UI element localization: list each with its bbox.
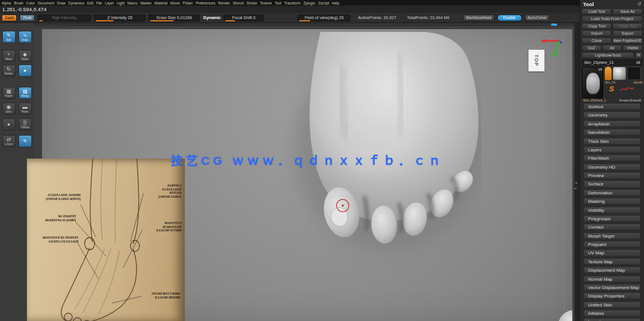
tool-section-header[interactable]: Visibility bbox=[584, 207, 641, 213]
menu-item[interactable]: Movie bbox=[170, 1, 180, 5]
tool-section-header[interactable]: Initialize bbox=[584, 310, 641, 317]
menu-item[interactable]: Preferences bbox=[195, 1, 215, 5]
curve-stroke-icon[interactable] bbox=[619, 85, 635, 93]
menu-item[interactable]: Alpha bbox=[2, 1, 11, 5]
current-tool-thumbnail[interactable]: 15 bbox=[582, 67, 603, 98]
tool-section-header[interactable]: FiberMesh bbox=[584, 155, 641, 161]
tool-section-header[interactable]: Surface bbox=[584, 180, 641, 187]
alpha-thumbnail[interactable] bbox=[627, 67, 641, 80]
tool-section-header[interactable]: Layers bbox=[584, 146, 641, 153]
lsym-button[interactable]: ⇄L.Sym bbox=[2, 135, 16, 147]
tool-section-header[interactable]: ArrayMesh bbox=[584, 120, 641, 127]
all-button[interactable]: All bbox=[603, 45, 622, 51]
tool-section-header[interactable]: Display Properties bbox=[584, 292, 641, 299]
nav-sphere[interactable] bbox=[557, 309, 572, 321]
menu-item[interactable]: Edit bbox=[87, 1, 94, 5]
tool-section-header[interactable]: Subtool bbox=[584, 103, 641, 110]
menu-item[interactable]: Tool bbox=[274, 1, 281, 5]
menu-item[interactable]: Stroke bbox=[246, 1, 257, 5]
scrollbar-thumb[interactable] bbox=[551, 24, 557, 26]
export-button[interactable]: Export bbox=[613, 30, 642, 36]
refresh-icon[interactable]: ↺ bbox=[637, 1, 641, 7]
tool-section-header[interactable]: Normal Map bbox=[584, 276, 641, 282]
load-tool-button[interactable]: Load Tool bbox=[582, 8, 612, 15]
focal-shift-slider[interactable]: Focal Shift 0 bbox=[223, 15, 264, 21]
zsub-button[interactable]: Zsub bbox=[20, 15, 35, 21]
collapse-right-icon[interactable]: ▸ bbox=[575, 187, 577, 190]
brush-button[interactable]: ✎ bbox=[18, 135, 32, 147]
menu-item[interactable]: Zscript bbox=[318, 1, 329, 5]
tool-section-header[interactable]: Displacement Map bbox=[584, 267, 641, 273]
backface-mask-button[interactable]: BackfaceMask bbox=[463, 15, 494, 21]
menu-item[interactable]: Material bbox=[155, 1, 167, 5]
tool-section-header[interactable]: Polygroups bbox=[584, 215, 641, 222]
accucurve-button[interactable]: AccuCurve bbox=[525, 15, 549, 21]
solo-button[interactable]: ◉Solo bbox=[2, 103, 16, 115]
fov-slider[interactable]: Field of view(deg) 25 bbox=[297, 15, 351, 21]
material-sphere-button[interactable]: ● bbox=[18, 64, 32, 77]
lightbox-tools-button[interactable]: Lightbox▸Tools bbox=[582, 52, 634, 58]
double-button[interactable]: Double bbox=[497, 15, 522, 21]
stroke-s-icon[interactable]: S bbox=[605, 85, 618, 93]
axis-gizmo[interactable] bbox=[540, 37, 563, 59]
menu-item[interactable]: Layer bbox=[105, 1, 114, 5]
menu-item[interactable]: Texture bbox=[260, 1, 272, 5]
zsphere-figure-icon[interactable] bbox=[605, 67, 612, 80]
z-intensity-slider[interactable]: Z Intensity 25 bbox=[94, 15, 146, 21]
tool-section-header[interactable]: Morph Target bbox=[584, 232, 641, 239]
edit-button[interactable]: ✎Edit bbox=[2, 31, 16, 43]
menu-item[interactable]: Picker bbox=[183, 1, 193, 5]
tool-section-header[interactable]: Geometry HD bbox=[584, 164, 641, 170]
make-polymesh3d-button[interactable]: Make PolyMesh3D bbox=[613, 38, 642, 44]
menu-item[interactable]: Draw bbox=[57, 1, 66, 5]
menu-item[interactable]: Color bbox=[26, 1, 35, 5]
save-as-button[interactable]: Save As bbox=[613, 8, 642, 15]
persp-button[interactable]: ▨Persp bbox=[18, 87, 32, 99]
tool-section-header[interactable]: Contact bbox=[584, 224, 641, 230]
collapse-left-icon[interactable]: ◂ bbox=[575, 181, 577, 184]
tool-section-header[interactable]: Thick Skin bbox=[584, 138, 641, 145]
menu-item[interactable]: Macro bbox=[128, 1, 138, 5]
tool-section-header[interactable]: UV Map bbox=[584, 249, 641, 256]
draw-size-slider[interactable]: Draw Size 9.01158 bbox=[148, 15, 200, 21]
menu-item[interactable]: File bbox=[96, 1, 102, 5]
copy-tool-button[interactable]: Copy Tool bbox=[582, 23, 612, 29]
tool-section-header[interactable]: NanoMesh bbox=[584, 129, 641, 136]
horizontal-scrollbar[interactable] bbox=[34, 23, 575, 26]
menu-item[interactable]: Render bbox=[218, 1, 230, 5]
tool-section-header[interactable]: Import bbox=[584, 318, 641, 321]
import-button[interactable]: Import bbox=[582, 30, 612, 36]
scale-button[interactable]: ◆Scale bbox=[18, 50, 32, 62]
zadd-button[interactable]: Zadd bbox=[2, 15, 17, 21]
goz-button[interactable]: GoZ bbox=[582, 45, 601, 51]
tool-section-header[interactable]: Masking bbox=[584, 198, 641, 204]
paste-tool-button[interactable]: Paste Tool bbox=[613, 23, 642, 29]
tool-section-header[interactable]: Unified Skin bbox=[584, 301, 641, 308]
floor-button[interactable]: ▬Floor bbox=[18, 103, 32, 115]
draw-button[interactable]: ∿Draw bbox=[18, 31, 32, 43]
tool-section-header[interactable]: Geometry bbox=[584, 111, 641, 118]
transp-button[interactable]: ▒Transp bbox=[18, 118, 32, 131]
tool-section-header[interactable]: Preview bbox=[584, 172, 641, 179]
menu-item[interactable]: Stencil bbox=[233, 1, 244, 5]
menu-item[interactable]: Transform bbox=[284, 1, 300, 5]
load-tools-from-project-button[interactable]: Load Tools From Project bbox=[582, 16, 642, 22]
menu-item[interactable]: Marker bbox=[141, 1, 152, 5]
menu-item[interactable]: Light bbox=[116, 1, 124, 5]
polyframe-button[interactable]: ▦PolyF bbox=[2, 87, 16, 99]
clone-button[interactable]: Clone bbox=[582, 38, 612, 44]
dynamic-toggle[interactable]: Dynamic bbox=[203, 15, 221, 20]
matcap-sphere-button[interactable]: ● bbox=[2, 118, 16, 131]
rotate-button[interactable]: ↻Rotate bbox=[2, 64, 16, 77]
tool-section-header[interactable]: Deformation bbox=[584, 189, 641, 196]
menu-item[interactable]: Zplugin bbox=[304, 1, 315, 5]
r-button[interactable]: R bbox=[635, 52, 642, 58]
move-button[interactable]: +Move bbox=[2, 50, 16, 62]
panel-divider[interactable]: ◂ ▸ bbox=[575, 23, 580, 321]
menu-item[interactable]: Document bbox=[38, 1, 54, 5]
menu-item[interactable]: Help bbox=[332, 1, 339, 5]
rgb-intensity-slider[interactable]: Rgb Intensity bbox=[38, 15, 91, 21]
tool-section-header[interactable]: Vector Displacement Map bbox=[584, 284, 641, 291]
menu-item[interactable]: Brush bbox=[14, 1, 24, 5]
tool-section-header[interactable]: Texture Map bbox=[584, 258, 641, 265]
